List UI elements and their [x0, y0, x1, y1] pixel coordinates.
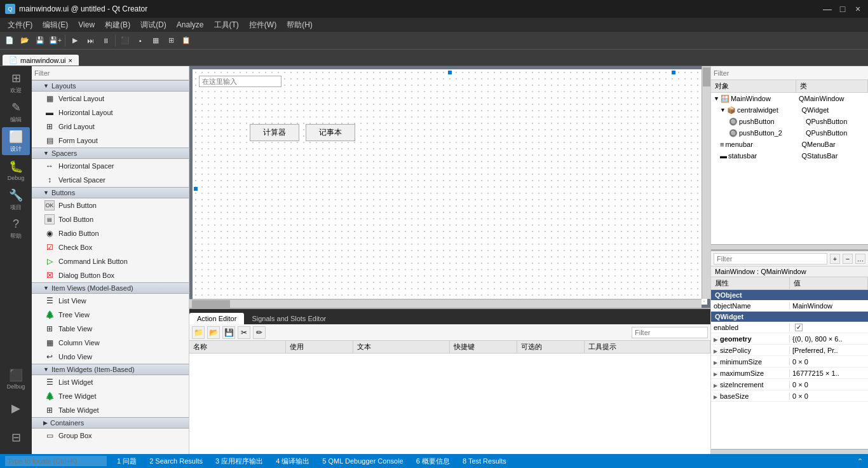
toolbar-run[interactable]: ▶: [68, 34, 82, 48]
tree-row-centralwidget[interactable]: ▼ 📦 centralwidget QWidget: [711, 104, 868, 116]
canvas-tab-active[interactable]: 📄 mainwindow.ui ×: [3, 55, 79, 65]
props-more-btn[interactable]: …: [855, 254, 865, 264]
widget-horizontal-spacer[interactable]: ↔ Horizontal Spacer: [32, 159, 189, 173]
props-filter-input[interactable]: [714, 253, 827, 265]
status-compile-output[interactable]: 4 编译输出: [273, 457, 312, 466]
tree-row-menubar[interactable]: ≡ menubar QMenuBar: [711, 139, 868, 150]
form-canvas[interactable]: 计算器 记事本: [193, 69, 707, 305]
toolbar-form[interactable]: 📋: [179, 34, 193, 48]
toolbar-open[interactable]: 📂: [18, 34, 32, 48]
category-item-widgets[interactable]: ▼ Item Widgets (Item-Based): [32, 364, 189, 375]
tab-action-editor[interactable]: Action Editor: [189, 313, 244, 324]
left-icon-design[interactable]: ⬜ 设计: [2, 127, 30, 155]
prop-geometry[interactable]: ▶geometry {(0, 0), 800 × 6..: [711, 333, 868, 345]
status-qml-debugger[interactable]: 5 QML Debugger Console: [320, 457, 405, 465]
selection-handle-tr[interactable]: [672, 71, 675, 74]
canvas-scrollbar-h[interactable]: [189, 299, 702, 308]
category-containers[interactable]: ▶ Containers: [32, 417, 189, 429]
selection-handle-top[interactable]: [448, 71, 452, 74]
status-search-results[interactable]: 2 Search Results: [147, 457, 205, 465]
widget-check-box[interactable]: ☑ Check Box: [32, 240, 189, 254]
widget-form-layout[interactable]: ▤ Form Layout: [32, 134, 189, 148]
left-icon-welcome[interactable]: ⊞ 欢迎: [2, 69, 30, 97]
prop-sizeincrement[interactable]: ▶sizeIncrement 0 × 0: [711, 379, 868, 390]
left-icon-project[interactable]: 🔧 项目: [2, 186, 30, 214]
widget-undo-view[interactable]: ↩ Undo View: [32, 350, 189, 364]
prop-minimumsize[interactable]: ▶minimumSize 0 × 0: [711, 356, 868, 368]
widget-vertical-layout[interactable]: ▦ Vertical Layout: [32, 92, 189, 106]
prop-enabled-checkbox[interactable]: ✓: [795, 324, 803, 331]
widget-push-button[interactable]: OK Push Button: [32, 198, 189, 212]
props-add-btn[interactable]: +: [830, 254, 840, 264]
left-icon-help[interactable]: ? 帮助: [2, 215, 30, 243]
left-icon-debug[interactable]: 🐛 Debug: [2, 156, 30, 184]
tree-row-pushbutton2[interactable]: 🔘 pushButton_2 QPushButton: [711, 127, 868, 139]
object-tree-scrollbar-h[interactable]: [711, 244, 868, 249]
close-button[interactable]: ×: [853, 4, 863, 14]
props-remove-btn[interactable]: −: [843, 254, 853, 264]
status-search-input[interactable]: [5, 456, 107, 466]
props-scrollbar-h[interactable]: [711, 449, 868, 454]
widget-group-box[interactable]: ▭ Group Box: [32, 429, 189, 443]
action-save-btn[interactable]: 💾: [222, 326, 235, 339]
toolbar-step[interactable]: ⏭: [83, 34, 97, 48]
action-cut-btn[interactable]: ✂: [238, 326, 250, 339]
action-filter-input[interactable]: [632, 327, 708, 338]
prop-enabled[interactable]: enabled ✓: [711, 322, 868, 333]
form-calculator-btn[interactable]: 计算器: [250, 124, 299, 141]
status-arrow[interactable]: ⌃: [857, 457, 863, 465]
canvas-scrollbar-v[interactable]: [702, 66, 710, 299]
action-edit-btn[interactable]: ✏: [253, 326, 266, 339]
canvas-content[interactable]: 计算器 记事本: [189, 66, 710, 308]
tree-row-mainwindow[interactable]: ▼ 🪟 MainWindow QMainWindow: [711, 93, 868, 104]
widget-tree-widget[interactable]: 🌲 Tree Widget: [32, 389, 189, 403]
widget-tool-button[interactable]: ▤ Tool Button: [32, 212, 189, 226]
menu-file[interactable]: 文件(F): [3, 18, 37, 32]
action-new-btn[interactable]: 📁: [192, 326, 205, 339]
object-inspector-filter-input[interactable]: [714, 69, 865, 77]
widget-horizontal-layout[interactable]: ▬ Horizontal Layout: [32, 106, 189, 120]
left-icon-stop[interactable]: ⊟: [2, 423, 30, 451]
widget-command-link[interactable]: ▷ Command Link Button: [32, 254, 189, 268]
left-icon-debug2[interactable]: ⬛ Delbug: [2, 365, 30, 393]
menu-view[interactable]: View: [73, 19, 100, 31]
status-test-results[interactable]: 8 Test Results: [460, 457, 509, 465]
toolbar-grid[interactable]: ⊞: [164, 34, 178, 48]
prop-basesize[interactable]: ▶baseSize 0 × 0: [711, 390, 868, 402]
widget-column-view[interactable]: ▦ Column View: [32, 336, 189, 350]
canvas-scroll-thumb-h[interactable]: [192, 300, 230, 308]
form-notepad-btn[interactable]: 记事本: [306, 124, 355, 141]
left-icon-run[interactable]: ▶: [2, 394, 30, 422]
status-problems[interactable]: 1 问题: [114, 457, 139, 466]
widget-tree-view[interactable]: 🌲 Tree View: [32, 308, 189, 322]
prop-maximumsize[interactable]: ▶maximumSize 16777215 × 1..: [711, 368, 868, 379]
widget-grid-layout[interactable]: ⊞ Grid Layout: [32, 120, 189, 134]
tab-signals-slots[interactable]: Signals and Slots Editor: [244, 313, 334, 324]
status-summary[interactable]: 6 概要信息: [414, 457, 452, 466]
widget-list-view[interactable]: ☰ List View: [32, 294, 189, 308]
widget-table-widget[interactable]: ⊞ Table Widget: [32, 403, 189, 417]
widget-table-view[interactable]: ⊞ Table View: [32, 322, 189, 336]
tree-row-statusbar[interactable]: ▬ statusbar QStatusBar: [711, 150, 868, 162]
widget-vertical-spacer[interactable]: ↕ Vertical Spacer: [32, 173, 189, 187]
widget-dialog-button-box[interactable]: ☒ Dialog Button Box: [32, 268, 189, 282]
toolbar-align-left[interactable]: ⬛: [118, 34, 132, 48]
widget-list-widget[interactable]: ☰ List Widget: [32, 375, 189, 389]
form-text-input[interactable]: [199, 76, 281, 87]
category-layouts[interactable]: ▼ Layouts: [32, 80, 189, 92]
widget-filter-input[interactable]: [34, 69, 186, 77]
selection-handle-left[interactable]: [194, 187, 198, 191]
prop-objectname[interactable]: objectName MainWindow: [711, 300, 868, 312]
minimize-button[interactable]: —: [822, 4, 832, 14]
expand-mainwindow[interactable]: ▼: [714, 95, 719, 102]
toolbar-new[interactable]: 📄: [3, 34, 17, 48]
menu-tools[interactable]: 工具(T): [209, 18, 244, 32]
tree-row-pushbutton[interactable]: 🔘 pushButton QPushButton: [711, 116, 868, 127]
menu-edit[interactable]: 编辑(E): [37, 18, 73, 32]
toolbar-align-right[interactable]: ▦: [149, 34, 163, 48]
toolbar-save-all[interactable]: 💾+: [48, 34, 62, 48]
category-item-views[interactable]: ▼ Item Views (Model-Based): [32, 282, 189, 294]
action-open-btn[interactable]: 📂: [207, 326, 220, 339]
menu-help[interactable]: 帮助(H): [281, 18, 318, 32]
expand-centralwidget[interactable]: ▼: [720, 107, 726, 113]
